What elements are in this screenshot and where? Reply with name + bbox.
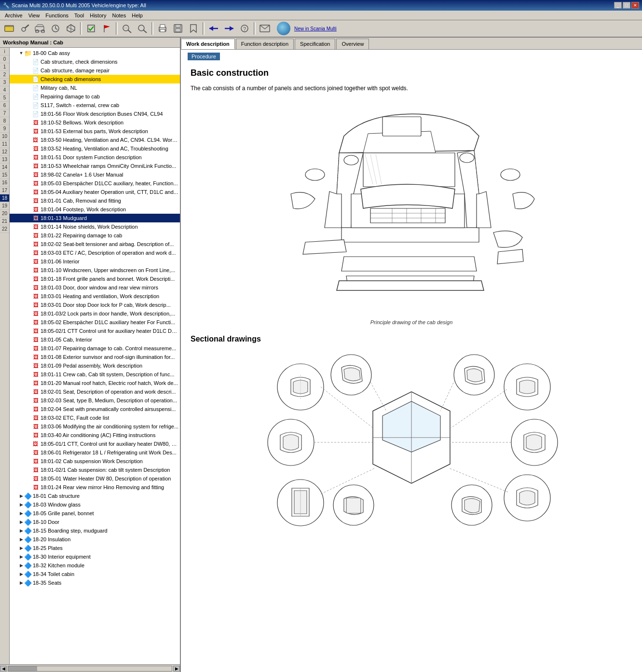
toolbar-clock-button[interactable] <box>48 22 63 35</box>
tree-group-grille[interactable]: ▶ 🔷 18-05 Grille panel, bonnet <box>10 509 180 518</box>
toolbar-back-button[interactable] <box>206 22 221 35</box>
tree-item-ebersp1[interactable]: 🖼 18:05-03 Eberspächer D1LCC auxiliary, … <box>10 179 180 188</box>
tree-item-damage-repair[interactable]: 📄 Cab structure, damage repair <box>10 66 180 75</box>
tree-hscroll[interactable]: ◀ ▶ <box>0 664 180 672</box>
menu-archive[interactable]: Archive <box>2 12 26 19</box>
tree-item-aux-heater[interactable]: 🖼 18:05-04 Auxiliary heater Operation un… <box>10 188 180 196</box>
tree-item-refrig[interactable]: 🖼 18:06-01 Refrigerator 18 L / Refrigera… <box>10 448 180 457</box>
close-button[interactable]: ✕ <box>631 2 639 9</box>
tree-item-seatbelt[interactable]: 🖼 18:02-02 Seat-belt tensioner and airba… <box>10 240 180 248</box>
tree-group-seats[interactable]: ▶ 🔷 18-35 Seats <box>10 578 180 587</box>
tree-item-fault[interactable]: 🖼 18:03-02 ETC, Fault code list <box>10 413 180 422</box>
window-controls[interactable]: _ □ ✕ <box>614 2 639 9</box>
minimize-button[interactable]: _ <box>614 2 622 9</box>
tree-item-interior[interactable]: 🖼 18:01-06 Interior <box>10 257 180 266</box>
toolbar-checkmark-button[interactable] <box>84 22 98 35</box>
tree-group-interior[interactable]: ▶ 🔷 18-30 Interior equipment <box>10 552 180 561</box>
tree-item-checking-cab[interactable]: 📄 Checking cab dimensions <box>10 75 180 83</box>
tree-group-door[interactable]: ▶ 🔷 18-10 Door <box>10 518 180 526</box>
menu-help[interactable]: Help <box>129 12 146 19</box>
toolbar-3d-button[interactable] <box>64 22 78 35</box>
tree-group-boarding[interactable]: ▶ 🔷 18-15 Boarding step, mudguard <box>10 526 180 535</box>
tree-item-seat2[interactable]: 🖼 18:02-03 Seat, type B, Medium, Descrip… <box>10 396 180 405</box>
scroll-right-btn[interactable]: ▶ <box>173 666 180 672</box>
new-in-scania-link[interactable]: New in Scania Multi <box>294 26 337 31</box>
tree-item-ac-fitting[interactable]: 🖼 18:03-40 Air conditioning (AC) Fitting… <box>10 431 180 439</box>
tree-item-sunvisor[interactable]: 🖼 18:01-08 Exterior sunvisor and roof-si… <box>10 353 180 361</box>
tree-item-doorstop[interactable]: 🖼 18:03-01 Door stop Door lock for P cab… <box>10 301 180 309</box>
tree-item-repairing2[interactable]: 🖼 18:01-22 Repairing damage to cab <box>10 231 180 240</box>
tree-item-lockparts[interactable]: 🖼 18:01-03/2 Lock parts in door handle, … <box>10 309 180 318</box>
tree-item-seat3[interactable]: 🖼 18:02-04 Seat with pneumatically contr… <box>10 405 180 413</box>
tab-specification[interactable]: Specification <box>295 39 335 49</box>
tree-group-cab-struct[interactable]: ▶ 🔷 18-01 Cab structure <box>10 492 180 500</box>
tree-item-door[interactable]: 🖼 18:01-03 Door, door window and rear vi… <box>10 283 180 292</box>
tree-item-door-sys[interactable]: 🖼 18:01-51 Door system Function descript… <box>10 153 180 162</box>
tree-item-waterheater[interactable]: 🖼 18:05-01 Water Heater DW 80, Descripti… <box>10 474 180 483</box>
tree-item-cab-susp2[interactable]: 🖼 18:01-02/1 Cab suspension: cab tilt sy… <box>10 466 180 474</box>
tree-group-plates[interactable]: ▶ 🔷 18-25 Plates <box>10 544 180 552</box>
tree-item-roof[interactable]: 🖼 18:01-20 Manual roof hatch, Electric r… <box>10 379 180 387</box>
tree-item-seat1[interactable]: 🖼 18:02-01 Seat, Description of operatio… <box>10 387 180 396</box>
tab-function-description[interactable]: Function description <box>236 39 294 49</box>
tree-group-kitchen[interactable]: ▶ 🔷 18-32 Kitchen module <box>10 561 180 570</box>
toolbar-save-button[interactable] <box>171 22 185 35</box>
toolbar-search-button[interactable] <box>120 22 134 35</box>
tab-overview[interactable]: Overview <box>336 39 369 49</box>
tree-item-noise[interactable]: 🖼 18:01-14 Noise shields, Work Descripti… <box>10 222 180 231</box>
menu-view[interactable]: View <box>26 12 43 19</box>
tree-item-canela[interactable]: 🖼 18:98-02 Canela+ 1.6 User Manual <box>10 170 180 179</box>
tree-item-military[interactable]: 📄 Military cab, NL <box>10 83 180 92</box>
toolbar-vehicle-button[interactable] <box>33 22 47 35</box>
toolbar-help-button[interactable]: ? <box>237 22 252 35</box>
tree-item-ext-bus[interactable]: 🖼 18:01-53 External bus parts, Work desc… <box>10 127 180 136</box>
tree-item-heating3[interactable]: 🖼 18:03-01 Heating and ventilation, Work… <box>10 292 180 301</box>
tree-group-window[interactable]: ▶ 🔷 18-03 Window glass <box>10 500 180 509</box>
tree-group-insulation[interactable]: ▶ 🔷 18-20 Insulation <box>10 535 180 544</box>
tree-node-18-00[interactable]: ▼ 📁 18-00 Cab assy <box>10 49 180 57</box>
tree-item-rearview[interactable]: 🖼 18:01-24 Rear view mirror Hino Removin… <box>10 483 180 492</box>
toolbar-forward-button[interactable] <box>222 22 236 35</box>
maximize-button[interactable]: □ <box>623 2 630 9</box>
toolbar-print-button[interactable] <box>155 22 170 35</box>
tree-group-toilet[interactable]: ▶ 🔷 18-34 Toilet cabin <box>10 570 180 578</box>
tree-item-wheelchair[interactable]: 🖼 18:10-53 Wheelchair ramps OmniCity Omn… <box>10 162 180 170</box>
tree-item-mudguard[interactable]: 🖼 18:01-13 Mudguard <box>10 214 180 222</box>
menu-notes[interactable]: Notes <box>109 12 129 19</box>
tree-item-footstep[interactable]: 🖼 18:01-04 Footstep, Work description <box>10 205 180 214</box>
tree-item-repairing[interactable]: 📄 Repairing damage to cab <box>10 92 180 101</box>
hscrollbar[interactable] <box>8 666 172 672</box>
tree-item-windscreen[interactable]: 🖼 18:01-10 Windscreen, Upper windscreen … <box>10 266 180 274</box>
menu-history[interactable]: History <box>87 12 109 19</box>
toolbar-open-button[interactable] <box>2 22 16 35</box>
tree-item-bellows[interactable]: 🖼 18:10-52 Bellows. Work description <box>10 118 180 127</box>
toolbar-flag-button[interactable] <box>99 22 114 35</box>
tree-panel[interactable]: ▼ 📁 18-00 Cab assy 📄 Cab structure, chec… <box>10 48 180 664</box>
tree-item-cab-int[interactable]: 🖼 18:01-05 Cab, Interior <box>10 335 180 344</box>
menu-tool[interactable]: Tool <box>71 12 87 19</box>
toolbar-bookmark-button[interactable] <box>186 22 201 35</box>
tree-item-modifying[interactable]: 🖼 18:03-06 Modifying the air conditionin… <box>10 422 180 431</box>
tree-item-control[interactable]: 🖼 18:01-07 Repairing damage to cab. Cont… <box>10 344 180 353</box>
scroll-left-btn[interactable]: ◀ <box>0 666 7 672</box>
tree-item-ctt2[interactable]: 🖼 18:05-01/1 CTT, Control unit for auxil… <box>10 439 180 448</box>
tree-item-cab-check[interactable]: 📄 Cab structure, check dimensions <box>10 57 180 66</box>
tree-item-heating2[interactable]: 🖼 18:03-52 Heating, Ventilation and AC, … <box>10 144 180 153</box>
tab-work-description[interactable]: Work description <box>181 39 235 49</box>
tree-item-crew[interactable]: 🖼 18:01-11 Crew cab, Cab tilt system, De… <box>10 370 180 379</box>
tree-item-removal[interactable]: 🖼 18:01-01 Cab, Removal and fitting <box>10 196 180 205</box>
tree-item-cab-susp[interactable]: 🖼 18:01-02 Cab suspension Work Descripti… <box>10 457 180 466</box>
content-area[interactable]: Basic construction The cab consists of a… <box>181 63 642 672</box>
tree-item-heating1[interactable]: 🖼 18:03-50 Heating, Ventilation and AC, … <box>10 136 180 144</box>
tree-item-ebersp2[interactable]: 🖼 18:05-02 Eberspächer D1LC auxiliary he… <box>10 318 180 327</box>
tree-item-ctt[interactable]: 🖼 18:05-02/1 CTT Control unit for auxili… <box>10 327 180 335</box>
menu-functions[interactable]: Functions <box>42 12 71 19</box>
tree-item-grille[interactable]: 🖼 18:01-18 Front grille panels and bonne… <box>10 274 180 283</box>
toolbar-email-button[interactable] <box>258 22 272 35</box>
tree-item-etcac[interactable]: 🖼 18:03-03 ETC / AC, Description of oper… <box>10 248 180 257</box>
tree-item-s117[interactable]: 📄 S117, Switch - external, crew cab <box>10 101 180 110</box>
toolbar-tools-button[interactable] <box>17 22 32 35</box>
tree-item-pedal[interactable]: 🖼 18:01-09 Pedal assembly, Work descript… <box>10 361 180 370</box>
toolbar-magnify-button[interactable] <box>135 22 150 35</box>
tree-item-floor[interactable]: 📄 18:01-56 Floor Work description Buses … <box>10 110 180 118</box>
